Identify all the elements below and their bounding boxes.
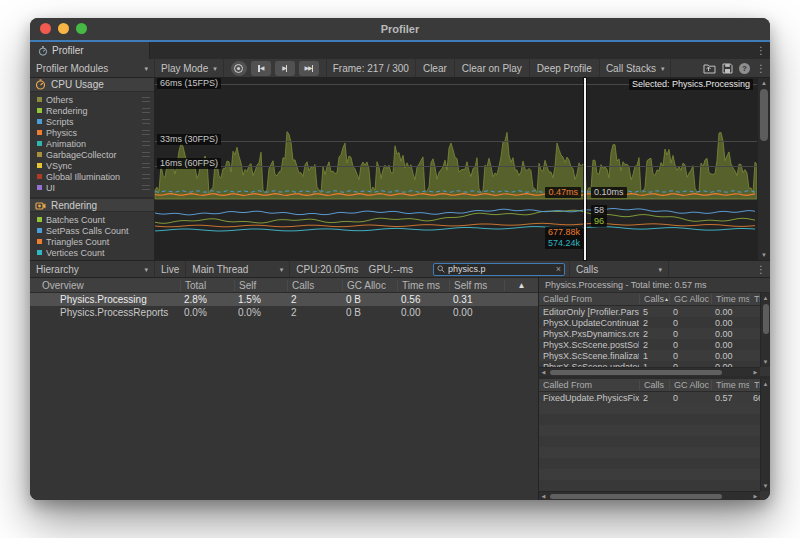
scroll-down-icon[interactable]: ▼ [761,357,770,367]
charts-scrollbar[interactable]: ▲ ▼ [757,78,770,260]
clear-on-play-toggle[interactable]: Clear on Play [455,59,530,77]
column-header-calls[interactable]: Calls [639,380,669,390]
drag-handle-icon[interactable] [142,130,150,135]
drag-handle-icon[interactable] [142,119,150,124]
close-button[interactable] [40,23,51,34]
rendering-chart[interactable] [155,200,757,260]
target-selection-dropdown[interactable]: Play Mode ▾ [155,59,224,77]
scroll-left-icon[interactable]: ◀ [539,492,548,500]
sidebar-item-batches-count[interactable]: Batches Count [30,214,154,225]
sidebar-item-animation[interactable]: Animation [30,138,154,149]
deep-profile-toggle[interactable]: Deep Profile [530,59,600,77]
scroll-up-icon[interactable]: ▲ [761,293,770,303]
drag-handle-icon[interactable] [142,97,150,102]
table-row[interactable]: EditorOnly [Profiler.ParseT500.00 [539,306,760,317]
column-header-calls[interactable]: Calls▴ [639,294,669,304]
scroll-up-icon[interactable]: ▲ [761,379,770,389]
title-bar[interactable]: Profiler [30,18,770,40]
tab-menu-kebab-icon[interactable]: ⋮ [752,42,770,59]
next-frame-button[interactable]: ▶ [275,61,295,76]
drag-handle-icon[interactable] [142,152,150,157]
clear-button[interactable]: Clear [416,59,455,77]
current-frame-button[interactable]: ▶▶ [299,61,319,76]
sidebar-item-rendering[interactable]: Rendering [30,105,154,116]
sidebar-item-vsync[interactable]: VSync [30,160,154,171]
drag-handle-icon[interactable] [142,108,150,113]
tab-profiler[interactable]: Profiler [30,42,150,59]
chart-area[interactable]: 66ms (15FPS) 33ms (30FPS) 16ms (60FPS) S… [155,78,757,260]
drag-handle-icon[interactable] [142,185,150,190]
search-input[interactable] [448,264,553,274]
module-color-swatch [37,217,42,222]
sidebar-item-setpass-calls-count[interactable]: SetPass Calls Count [30,225,154,236]
column-header-self[interactable]: Self [234,280,287,291]
table-row[interactable]: Physics.Processing2.8%1.5%20 B0.560.31 [30,293,538,306]
callers-hscrollbar[interactable]: ◀ ▶ [539,491,760,500]
help-icon[interactable]: ? [739,63,750,74]
cpu-usage-module-header[interactable]: CPU Usage [30,78,154,92]
drag-handle-icon[interactable] [142,141,150,146]
scroll-down-icon[interactable]: ▼ [761,481,770,491]
column-header-gc-alloc[interactable]: GC Alloc [342,280,397,291]
column-header-gc-alloc[interactable]: GC Alloc [669,380,711,390]
table-row[interactable]: PhysX.PxsDynamics.creat200.00 [539,328,760,339]
table-row[interactable]: PhysX.ScScene.postSolve200.00 [539,339,760,350]
rendering-module-header[interactable]: Rendering [30,197,154,212]
scroll-right-icon[interactable]: ▶ [751,492,760,500]
live-toggle[interactable]: Live [155,261,186,277]
zoom-button[interactable] [76,23,87,34]
column-header-called-from[interactable]: Called From [539,380,639,390]
sidebar-item-physics[interactable]: Physics [30,127,154,138]
hierarchy-menu-kebab-icon[interactable]: ⋮ [752,264,770,275]
module-color-swatch [37,108,42,113]
sidebar-item-vertices-count[interactable]: Vertices Count [30,247,154,258]
minimize-button[interactable] [58,23,69,34]
table-row[interactable]: PhysX.ScScene.finalizatic100.00 [539,350,760,361]
record-button[interactable] [231,61,247,76]
profiler-modules-dropdown[interactable]: Profiler Modules ▾ [30,59,155,77]
table-row[interactable]: FixedUpdate.PhysicsFixec200.5766 [539,392,760,403]
column-header-called-from[interactable]: Called From [539,294,639,304]
details-view-dropdown[interactable]: Calls ▾ [569,261,669,277]
column-header-gc-alloc[interactable]: GC Alloc [669,294,711,304]
column-header-time-ms[interactable]: Time ms [397,280,449,291]
search-field[interactable]: × [433,263,565,276]
chevron-down-icon: ▾ [144,65,148,72]
cpu-usage-chart[interactable]: 66ms (15FPS) 33ms (30FPS) 16ms (60FPS) S… [155,78,757,199]
sidebar-item-ui[interactable]: UI [30,182,154,193]
column-header-self-ms[interactable]: Self ms [449,280,504,291]
toolbar-menu-kebab-icon[interactable]: ⋮ [756,63,766,74]
scroll-up-icon[interactable]: ▲ [758,78,770,88]
previous-frame-button[interactable]: ◀ [251,61,271,76]
sidebar-item-global-illumination[interactable]: Global Illumination [30,171,154,182]
scroll-down-icon[interactable]: ▼ [758,250,770,260]
call-stacks-dropdown[interactable]: Call Stacks ▾ [600,59,672,77]
drag-handle-icon[interactable] [142,163,150,168]
table-row[interactable]: Physics.ProcessReports0.0%0.0%20 B0.000.… [30,306,538,319]
sidebar-item-triangles-count[interactable]: Triangles Count [30,236,154,247]
clear-search-icon[interactable]: × [556,265,561,274]
drag-handle-icon[interactable] [142,174,150,179]
thread-dropdown[interactable]: Main Thread ▾ [186,261,290,277]
column-header-total[interactable]: Total [180,280,234,291]
load-profile-icon[interactable] [703,63,716,74]
scroll-left-icon[interactable]: ◀ [539,368,548,376]
sidebar-item-others[interactable]: Others [30,94,154,105]
charts-scrollbar-thumb[interactable] [760,89,768,141]
save-profile-icon[interactable] [722,63,733,74]
sidebar-item-garbagecollector[interactable]: GarbageCollector [30,149,154,160]
column-header-calls[interactable]: Calls [287,280,342,291]
frame-selection-line[interactable] [584,78,586,260]
table-row[interactable]: PhysX.UpdateContinuatio200.00 [539,317,760,328]
column-header-time-ms[interactable]: Time ms [711,294,749,304]
view-mode-dropdown[interactable]: Hierarchy ▾ [30,261,155,277]
scroll-right-icon[interactable]: ▶ [751,368,760,376]
column-header-overview[interactable]: Overview [30,280,180,291]
called-from-vscrollbar[interactable]: ▲ ▼ [760,293,770,367]
callers-vscrollbar[interactable]: ▲ ▼ [760,379,770,491]
called-from-hscrollbar[interactable]: ◀ ▶ [539,367,760,376]
window-title: Profiler [381,23,420,35]
sidebar-item-scripts[interactable]: Scripts [30,116,154,127]
sort-asc-icon[interactable]: ▲ [504,280,538,291]
column-header-time-ms[interactable]: Time ms▴ [711,380,749,390]
